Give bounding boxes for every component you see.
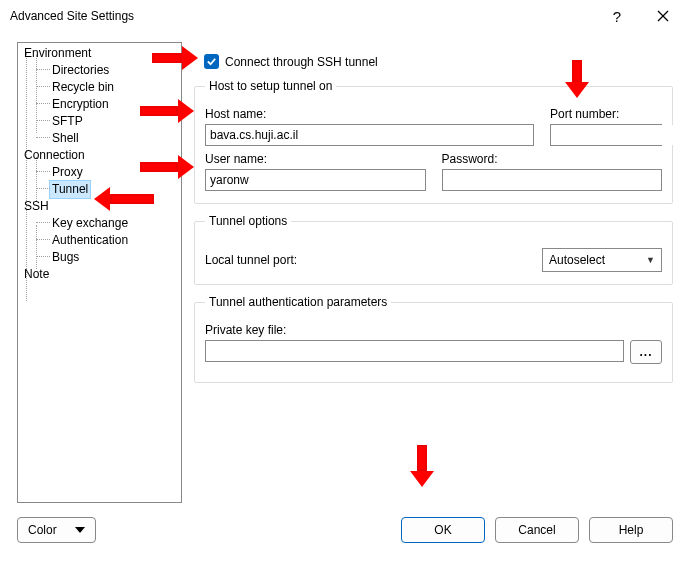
tree-item-encryption[interactable]: Encryption	[18, 96, 181, 113]
tree-item-bugs[interactable]: Bugs	[18, 249, 181, 266]
local-tunnel-port-label: Local tunnel port:	[205, 253, 297, 267]
tree-item-environment[interactable]: Environment	[18, 45, 181, 62]
tree-item-shell[interactable]: Shell	[18, 130, 181, 147]
tree-item-sftp[interactable]: SFTP	[18, 113, 181, 130]
tunnel-auth-group: Tunnel authentication parameters Private…	[194, 295, 673, 383]
tree-item-ssh[interactable]: SSH	[18, 198, 181, 215]
connect-through-ssh-tunnel-checkbox[interactable]	[204, 54, 219, 69]
connect-through-ssh-tunnel-label: Connect through SSH tunnel	[225, 55, 378, 69]
host-setup-legend: Host to setup tunnel on	[205, 79, 336, 93]
port-number-label: Port number:	[550, 107, 662, 121]
user-name-input[interactable]	[205, 169, 426, 191]
tree-item-note[interactable]: Note	[18, 266, 181, 283]
tree-item-recycle-bin[interactable]: Recycle bin	[18, 79, 181, 96]
tree-item-directories[interactable]: Directories	[18, 62, 181, 79]
port-number-input[interactable]	[551, 125, 690, 145]
dropdown-arrow-icon	[75, 527, 85, 533]
chevron-down-icon: ▼	[646, 255, 655, 265]
tree-item-connection[interactable]: Connection	[18, 147, 181, 164]
private-key-browse-button[interactable]: ...	[630, 340, 662, 364]
private-key-file-input[interactable]	[205, 340, 624, 362]
titlebar: Advanced Site Settings ?	[0, 0, 690, 32]
window-title: Advanced Site Settings	[10, 9, 134, 23]
cancel-button[interactable]: Cancel	[495, 517, 579, 543]
tunnel-options-legend: Tunnel options	[205, 214, 291, 228]
local-tunnel-port-combo[interactable]: Autoselect ▼	[542, 248, 662, 272]
nav-tree[interactable]: Environment Directories Recycle bin Encr…	[17, 42, 182, 503]
close-titlebar-button[interactable]	[640, 1, 686, 31]
color-button[interactable]: Color	[17, 517, 96, 543]
tree-item-proxy[interactable]: Proxy	[18, 164, 181, 181]
password-label: Password:	[442, 152, 663, 166]
help-titlebar-button[interactable]: ?	[594, 1, 640, 31]
host-name-label: Host name:	[205, 107, 534, 121]
port-number-spinner[interactable]: ▲ ▼	[550, 124, 662, 146]
close-icon	[657, 10, 669, 22]
host-setup-group: Host to setup tunnel on Host name: Port …	[194, 79, 673, 204]
tunnel-auth-legend: Tunnel authentication parameters	[205, 295, 391, 309]
tree-item-tunnel[interactable]: Tunnel	[18, 181, 181, 198]
private-key-file-label: Private key file:	[205, 323, 662, 337]
ok-button[interactable]: OK	[401, 517, 485, 543]
password-input[interactable]	[442, 169, 663, 191]
tree-item-authentication[interactable]: Authentication	[18, 232, 181, 249]
local-tunnel-port-value: Autoselect	[549, 253, 605, 267]
user-name-label: User name:	[205, 152, 426, 166]
tree-item-key-exchange[interactable]: Key exchange	[18, 215, 181, 232]
help-button[interactable]: Help	[589, 517, 673, 543]
host-name-input[interactable]	[205, 124, 534, 146]
checkmark-icon	[206, 56, 217, 67]
tunnel-options-group: Tunnel options Local tunnel port: Autose…	[194, 214, 673, 285]
settings-panel: Connect through SSH tunnel Host to setup…	[194, 42, 673, 501]
